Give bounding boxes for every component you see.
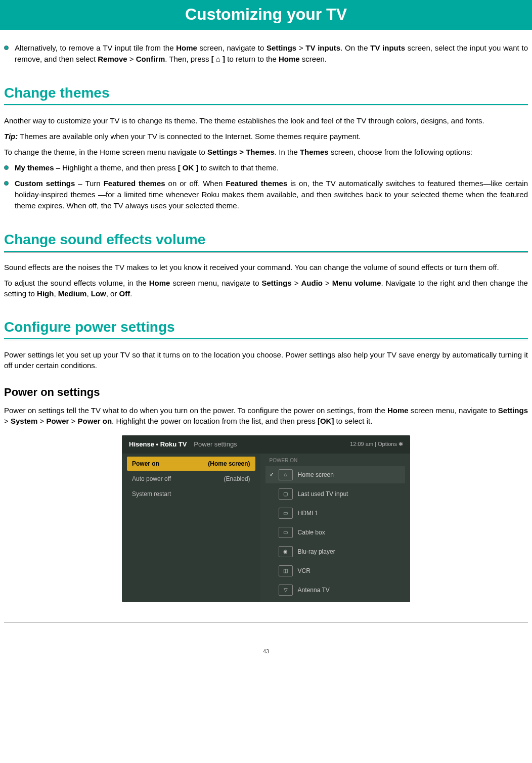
tv-right-header: POWER ON xyxy=(265,457,405,466)
page-title: Customizing your TV xyxy=(0,0,532,30)
tv-right-list: ✓⌂Home screen▢Last used TV input▭HDMI 1▭… xyxy=(265,466,405,599)
section-rule xyxy=(4,104,528,106)
power-p2: Power on settings tell the TV what to do… xyxy=(4,405,528,426)
themes-p1: Another way to customize your TV is to c… xyxy=(4,115,528,126)
power-p1: Power settings let you set up your TV so… xyxy=(4,349,528,371)
option-label: Cable box xyxy=(298,529,325,536)
tv-topbar: Hisense • Roku TV Power settings 12:09 a… xyxy=(122,435,410,454)
tv-body: Power on(Home screen)Auto power off(Enab… xyxy=(122,454,410,602)
bullet-icon xyxy=(4,181,9,186)
option-icon: ◉ xyxy=(279,546,293,557)
option-icon: ▽ xyxy=(279,585,293,596)
tv-breadcrumb: Power settings xyxy=(194,440,237,448)
themes-bullet2-text: Custom settings – Turn Featured themes o… xyxy=(15,178,528,211)
tv-left-item: Power on(Home screen) xyxy=(127,457,255,471)
section-heading-sound: Change sound effects volume xyxy=(4,232,528,248)
option-label: Blu-ray player xyxy=(298,548,335,555)
power-on-subheading: Power on settings xyxy=(4,386,528,399)
option-icon: ⌂ xyxy=(279,469,293,480)
tv-left-item: System restart xyxy=(127,487,255,501)
section-heading-themes: Change themes xyxy=(4,85,528,101)
themes-bullet1: My themes – Highlight a theme, and then … xyxy=(4,162,528,173)
option-icon: ▭ xyxy=(279,527,293,538)
section-heading-power: Configure power settings xyxy=(4,319,528,335)
option-label: Last used TV input xyxy=(298,490,348,498)
tv-right-item: ▽Antenna TV xyxy=(265,581,405,599)
tv-time-label: 12:09 am | Options ✱ xyxy=(350,441,403,447)
tv-brand-label: Hisense • Roku TV xyxy=(129,440,187,448)
option-icon: ◫ xyxy=(279,565,293,576)
intro-bullet: Alternatively, to remove a TV input tile… xyxy=(4,42,528,65)
tv-right-item: ◫VCR xyxy=(265,562,405,579)
tv-right-item: ▢Last used TV input xyxy=(265,485,405,503)
section-rule xyxy=(4,338,528,340)
tv-right-item: ◉Blu-ray player xyxy=(265,543,405,560)
themes-bullet1-text: My themes – Highlight a theme, and then … xyxy=(15,162,279,173)
tv-screenshot: Hisense • Roku TV Power settings 12:09 a… xyxy=(4,435,528,602)
themes-bullet2: Custom settings – Turn Featured themes o… xyxy=(4,178,528,211)
tv-right-item: ▭HDMI 1 xyxy=(265,505,405,522)
check-icon: ✓ xyxy=(269,471,276,478)
sound-p1: Sound effects are the noises the TV make… xyxy=(4,262,528,273)
option-icon: ▢ xyxy=(279,488,293,500)
themes-tip: Tip: Themes are available only when your… xyxy=(4,131,528,142)
tv-right-panel: POWER ON ✓⌂Home screen▢Last used TV inpu… xyxy=(260,454,410,602)
option-label: Home screen xyxy=(298,471,334,478)
option-label: VCR xyxy=(298,567,311,574)
page-number: 43 xyxy=(4,622,528,664)
bullet-icon xyxy=(4,165,9,170)
option-label: HDMI 1 xyxy=(298,510,319,517)
option-icon: ▭ xyxy=(279,508,293,519)
section-rule xyxy=(4,251,528,253)
tv-left-panel: Power on(Home screen)Auto power off(Enab… xyxy=(122,454,260,602)
option-label: Antenna TV xyxy=(298,587,330,594)
tv-right-item: ▭Cable box xyxy=(265,524,405,541)
intro-text: Alternatively, to remove a TV input tile… xyxy=(15,42,528,65)
tv-left-item: Auto power off(Enabled) xyxy=(127,472,255,486)
bullet-icon xyxy=(4,46,9,50)
sound-p2: To adjust the sound effects volume, in t… xyxy=(4,278,528,299)
tv-right-item: ✓⌂Home screen xyxy=(265,466,405,483)
tv-ui: Hisense • Roku TV Power settings 12:09 a… xyxy=(122,435,410,602)
themes-p2: To change the theme, in the Home screen … xyxy=(4,147,528,157)
content-area: Alternatively, to remove a TV input tile… xyxy=(0,42,532,602)
